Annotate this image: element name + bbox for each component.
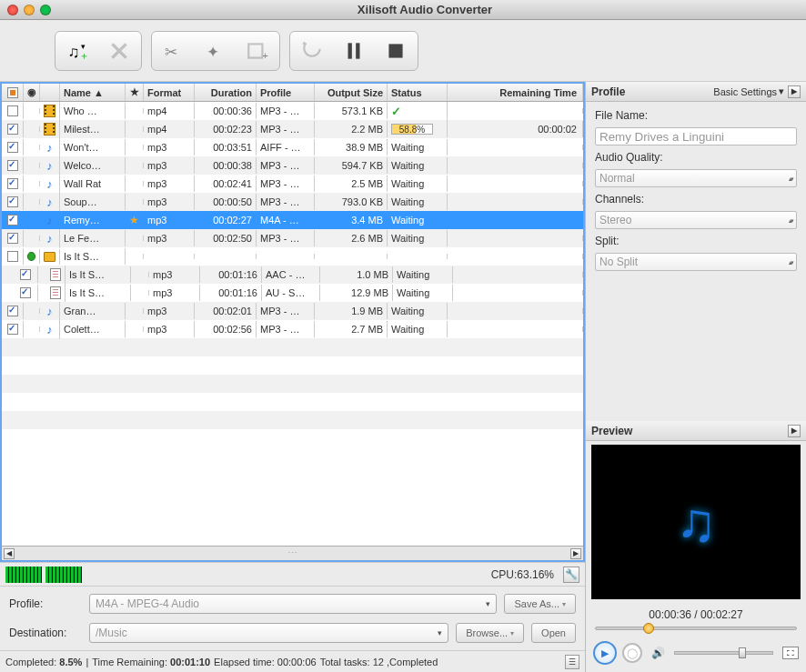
- cell-format: mp3: [144, 321, 195, 337]
- filename-input[interactable]: [595, 127, 797, 145]
- save-as-button[interactable]: Save As...: [504, 594, 576, 614]
- row-checkbox[interactable]: [7, 142, 18, 153]
- row-checkbox[interactable]: [7, 178, 18, 189]
- scroll-right-icon[interactable]: ▶: [570, 548, 581, 559]
- cell-remaining: [448, 163, 583, 168]
- channels-select[interactable]: Stereo: [595, 211, 797, 229]
- row-checkbox[interactable]: [7, 215, 18, 226]
- fullscreen-icon[interactable]: ⛶: [782, 647, 799, 659]
- scroll-left-icon[interactable]: ◀: [4, 548, 15, 559]
- header-format[interactable]: Format: [144, 84, 195, 101]
- header-profile[interactable]: Profile: [257, 84, 315, 101]
- header-status[interactable]: Status: [388, 84, 448, 101]
- header-check[interactable]: [2, 84, 24, 101]
- minimize-button[interactable]: [24, 5, 35, 15]
- cell-remaining: [448, 181, 583, 186]
- header-remaining[interactable]: Remaining Time: [448, 84, 583, 101]
- header-star[interactable]: ★: [126, 84, 144, 101]
- preview-controls: ▶ ◯ 🔊 ⛶: [586, 637, 806, 672]
- cell-profile: M4A - …: [257, 212, 315, 228]
- table-row[interactable]: ♪Colett…mp300:02:56MP3 - …2.7 MBWaiting: [2, 320, 583, 338]
- filename-label: File Name:: [595, 109, 797, 122]
- browse-button[interactable]: Browse...: [456, 623, 524, 643]
- cell-output: 12.9 MB: [320, 285, 393, 301]
- cell-status: Waiting: [388, 303, 448, 319]
- volume-slider[interactable]: [674, 651, 773, 655]
- empty-row: [2, 429, 583, 447]
- cpu-meter-2: [45, 567, 82, 583]
- cell-duration: 00:02:27: [195, 212, 257, 228]
- document-icon: [50, 268, 61, 281]
- audio-icon: ♪: [46, 196, 53, 209]
- cell-status: Waiting: [388, 194, 448, 210]
- split-select[interactable]: No Split: [595, 253, 797, 271]
- window-title: Xilisoft Audio Converter: [51, 3, 799, 16]
- star-icon: ★: [129, 214, 139, 226]
- header-name[interactable]: Name ▲: [60, 84, 126, 101]
- log-icon[interactable]: ☰: [565, 655, 579, 669]
- cell-status: Waiting: [388, 176, 448, 192]
- cell-status: Waiting: [388, 157, 448, 174]
- preview-expand-icon[interactable]: ▶: [788, 425, 801, 437]
- row-checkbox[interactable]: [7, 160, 18, 171]
- preview-seek-slider[interactable]: [595, 625, 797, 632]
- cell-name: Is It S…: [65, 266, 131, 283]
- row-checkbox[interactable]: [7, 196, 18, 207]
- row-checkbox[interactable]: [20, 269, 31, 280]
- destination-combo[interactable]: /Music: [89, 623, 448, 643]
- row-checkbox[interactable]: [7, 233, 18, 244]
- audioquality-select[interactable]: Normal: [595, 169, 797, 187]
- table-row[interactable]: ♪Wall Ratmp300:02:41MP3 - …2.5 MBWaiting: [2, 175, 583, 193]
- header-type[interactable]: [40, 84, 60, 101]
- table-row[interactable]: Who …mp400:00:36MP3 - …573.1 KB✓: [2, 102, 583, 120]
- close-button[interactable]: [7, 5, 18, 15]
- stop-button[interactable]: [381, 36, 410, 65]
- basic-settings-dropdown[interactable]: Basic Settings ▾: [713, 85, 784, 97]
- stop-preview-button[interactable]: ◯: [622, 643, 642, 663]
- add-file-button[interactable]: ♫＋▾: [63, 36, 92, 65]
- table-row[interactable]: ♪Won't…mp300:03:51AIFF - …38.9 MBWaiting: [2, 138, 583, 156]
- volume-icon[interactable]: 🔊: [651, 647, 665, 659]
- convert-button[interactable]: [297, 36, 327, 65]
- row-checkbox[interactable]: [7, 124, 18, 135]
- preview-video-area: ♫: [591, 445, 801, 599]
- profile-combo[interactable]: M4A - MPEG-4 Audio: [89, 594, 497, 614]
- table-row[interactable]: ♪Gran…mp300:02:01MP3 - …1.9 MBWaiting: [2, 302, 583, 320]
- header-indicator[interactable]: ◉: [24, 84, 40, 101]
- delete-button[interactable]: [105, 36, 134, 65]
- table-row[interactable]: ♪Soup…mp300:00:50MP3 - …793.0 KBWaiting: [2, 193, 583, 211]
- play-button[interactable]: ▶: [593, 641, 617, 665]
- cut-button[interactable]: ✂: [159, 36, 188, 65]
- header-output[interactable]: Output Size: [315, 84, 388, 101]
- profile-expand-icon[interactable]: ▶: [788, 85, 801, 98]
- row-checkbox[interactable]: [7, 105, 18, 116]
- table-row[interactable]: ♪Le Fe…mp300:02:50MP3 - …2.6 MBWaiting: [2, 229, 583, 247]
- side-panel: Profile Basic Settings ▾ ▶ File Name: Au…: [586, 82, 806, 672]
- open-button[interactable]: Open: [531, 623, 576, 643]
- row-checkbox[interactable]: [7, 324, 18, 335]
- effects-button[interactable]: ✦: [201, 36, 230, 65]
- settings-icon[interactable]: 🔧: [563, 567, 579, 583]
- zoom-button[interactable]: [40, 5, 51, 15]
- horizontal-scrollbar[interactable]: ◀ ⋯ ▶: [2, 546, 583, 560]
- row-checkbox[interactable]: [7, 251, 18, 262]
- cell-status: Waiting: [388, 230, 448, 246]
- table-row[interactable]: Is It S…mp300:01:16AU - S…12.9 MBWaiting: [2, 284, 583, 302]
- row-checkbox[interactable]: [20, 287, 31, 298]
- table-row[interactable]: ♪Welco…mp300:00:38MP3 - …594.7 KBWaiting: [2, 156, 583, 175]
- cell-output: 2.5 MB: [315, 176, 388, 192]
- table-row[interactable]: ♪Remy…★mp300:02:27M4A - …3.4 MBWaiting: [2, 211, 583, 229]
- audio-icon: ♪: [46, 305, 53, 318]
- window-controls: [7, 5, 51, 15]
- table-row[interactable]: Is It S…: [2, 247, 583, 266]
- pause-button[interactable]: [339, 36, 368, 65]
- row-checkbox[interactable]: [7, 306, 18, 316]
- table-row[interactable]: Milest…mp400:02:23MP3 - …2.2 MB58.8%00:0…: [2, 120, 583, 138]
- cpu-meter-1: [5, 567, 42, 583]
- cell-remaining: [448, 145, 583, 150]
- cell-duration: 00:02:23: [195, 121, 257, 137]
- header-duration[interactable]: Duration: [195, 84, 257, 101]
- clip-button[interactable]: +: [243, 36, 272, 65]
- cell-name: Colett…: [60, 321, 126, 337]
- table-row[interactable]: Is It S…mp300:01:16AAC - …1.0 MBWaiting: [2, 266, 583, 284]
